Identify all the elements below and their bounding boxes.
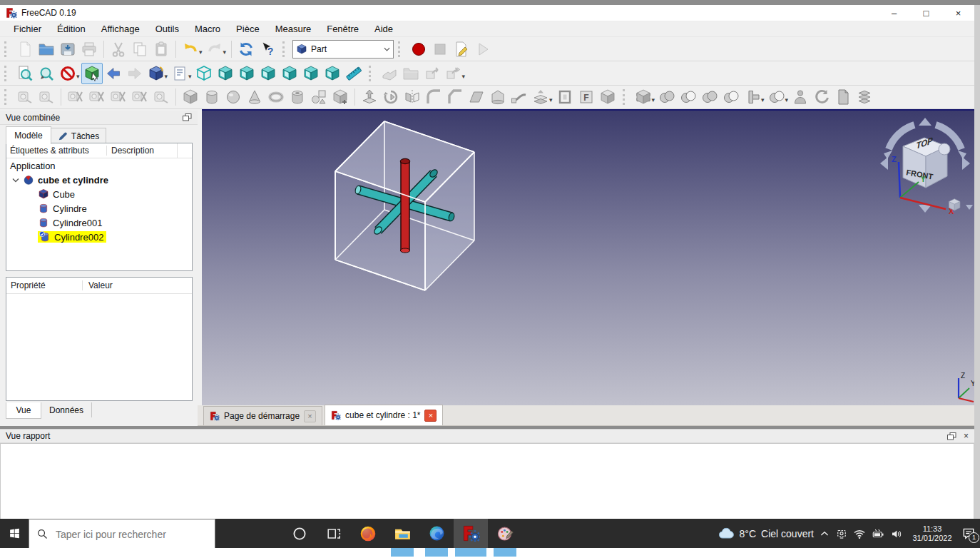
property-column[interactable]: Propriété: [6, 280, 82, 290]
make-face-icon[interactable]: [466, 86, 487, 108]
connect-icon[interactable]: [742, 86, 763, 108]
tab-close-icon[interactable]: ×: [304, 410, 316, 422]
menu-item-measure[interactable]: Measure: [267, 22, 320, 36]
part-import-icon[interactable]: [379, 63, 400, 84]
toolbar-grip[interactable]: [623, 89, 629, 105]
zoom-selection-icon[interactable]: [36, 63, 57, 84]
primitive-cone-icon[interactable]: [244, 86, 265, 108]
taskbar-search[interactable]: [29, 519, 215, 549]
dropdown-caret-icon[interactable]: ▾: [165, 73, 168, 80]
menu-item-aide[interactable]: Aide: [367, 22, 401, 36]
float-panel-icon[interactable]: [183, 113, 192, 121]
primitive-sphere-icon[interactable]: [223, 86, 244, 108]
primitive-tube-icon[interactable]: [287, 86, 308, 108]
weather-desc[interactable]: Ciel couvert: [761, 528, 814, 539]
taskbar-app-firefox[interactable]: [351, 519, 385, 548]
fillet-icon[interactable]: [423, 86, 444, 108]
macro-play-icon[interactable]: [472, 39, 494, 60]
menu-item-fichier[interactable]: Fichier: [6, 22, 49, 36]
tree-column-description[interactable]: Description: [106, 146, 177, 156]
volume-icon[interactable]: [890, 527, 903, 540]
tree-item-cylindre001[interactable]: Cylindre001: [6, 215, 192, 230]
shape-check-icon[interactable]: [790, 86, 811, 108]
open-document-icon[interactable]: [36, 39, 57, 60]
draw-style-icon[interactable]: [169, 63, 190, 84]
toolbar-grip[interactable]: [4, 66, 11, 81]
view-right-icon[interactable]: [257, 63, 279, 84]
taskbar-app-freecad[interactable]: [454, 519, 488, 548]
view-front-icon[interactable]: [215, 63, 236, 84]
tree-item-cylindre002[interactable]: Cylindre002: [6, 230, 192, 244]
menu-item-edition[interactable]: Édition: [49, 22, 93, 36]
view-top-icon[interactable]: [236, 63, 257, 84]
measure-toggle-all-icon[interactable]: [108, 86, 129, 108]
primitive-box-icon[interactable]: [180, 86, 201, 108]
dropdown-caret-icon[interactable]: ▾: [761, 96, 765, 103]
measure-toggle-3d-icon[interactable]: [129, 86, 150, 108]
dropdown-caret-icon[interactable]: ▾: [199, 49, 203, 56]
refresh-icon[interactable]: [235, 39, 257, 60]
paste-icon[interactable]: [150, 39, 172, 60]
save-icon[interactable]: [57, 39, 78, 60]
refine-shape-icon[interactable]: [811, 86, 832, 108]
menu-item-outils[interactable]: Outils: [148, 22, 187, 36]
boolean-cut-icon[interactable]: [699, 86, 720, 108]
dropdown-caret-icon[interactable]: ▾: [76, 73, 80, 80]
offset-icon[interactable]: [530, 86, 551, 108]
start-button[interactable]: [0, 519, 29, 548]
toolbar-grip[interactable]: [398, 41, 404, 57]
revolve-icon[interactable]: [380, 86, 402, 108]
defeaturing-icon[interactable]: [854, 86, 875, 108]
sweep-icon[interactable]: [509, 86, 530, 108]
mirror-icon[interactable]: [402, 86, 423, 108]
tree-item-cube[interactable]: Cube: [6, 187, 192, 201]
document-tab-0[interactable]: Page de démarrage ×: [203, 406, 322, 425]
document-tab-1[interactable]: cube et cylindre : 1* ×: [325, 405, 443, 425]
tab-close-icon[interactable]: ×: [424, 410, 437, 422]
boolean-common-icon[interactable]: [678, 86, 699, 108]
measure-icon[interactable]: [343, 63, 364, 84]
notification-center-icon[interactable]: 1: [961, 527, 976, 541]
float-panel-icon[interactable]: [947, 432, 956, 440]
scene-canvas[interactable]: TOPFRONTZYXZY: [202, 111, 974, 405]
macro-edit-icon[interactable]: [451, 39, 472, 60]
view-bottom-icon[interactable]: [300, 63, 322, 84]
toolbar-grip[interactable]: [369, 66, 375, 81]
search-input[interactable]: [54, 528, 185, 541]
taskbar-app-explorer[interactable]: [385, 519, 419, 548]
isometric-view-icon[interactable]: [146, 63, 167, 84]
loft-icon[interactable]: [487, 86, 509, 108]
meet-now-icon[interactable]: [835, 527, 848, 540]
undo-icon[interactable]: [180, 39, 201, 60]
maximize-button[interactable]: □: [910, 5, 942, 21]
measure-linear-icon[interactable]: [14, 86, 36, 108]
chevron-down-icon[interactable]: [12, 178, 19, 183]
minimize-button[interactable]: –: [878, 5, 910, 21]
toolbar-grip[interactable]: [4, 89, 11, 105]
value-column[interactable]: Valeur: [82, 280, 192, 290]
print-icon[interactable]: [78, 39, 100, 60]
projection-icon[interactable]: F: [576, 86, 597, 108]
view-rear-icon[interactable]: [279, 63, 300, 84]
new-document-icon[interactable]: [14, 39, 36, 60]
nav-forward-icon[interactable]: [124, 63, 146, 84]
tab-vue[interactable]: Vue: [6, 402, 41, 419]
extrude-icon[interactable]: [359, 86, 380, 108]
primitive-torus-icon[interactable]: [265, 86, 287, 108]
measure-refresh-icon[interactable]: [65, 86, 86, 108]
redo-icon[interactable]: [204, 39, 225, 60]
selection-off-icon[interactable]: [57, 63, 78, 84]
check-geometry-icon[interactable]: [832, 86, 854, 108]
menu-item-piece[interactable]: Pièce: [228, 22, 267, 36]
weather-temp[interactable]: 8°C: [740, 528, 757, 539]
compound-tools-icon[interactable]: [633, 86, 654, 108]
tab-modele[interactable]: Modèle: [6, 126, 51, 144]
dropdown-caret-icon[interactable]: ▾: [188, 73, 192, 80]
measure-angular-icon[interactable]: [36, 86, 57, 108]
tree-root-application[interactable]: Application: [6, 158, 192, 173]
part-folder-icon[interactable]: [400, 63, 422, 84]
fit-all-icon[interactable]: [14, 63, 36, 84]
axonometric-icon[interactable]: [193, 63, 215, 84]
weather-cloud-icon[interactable]: [718, 525, 735, 542]
taskbar-app-task-view[interactable]: [317, 519, 351, 548]
